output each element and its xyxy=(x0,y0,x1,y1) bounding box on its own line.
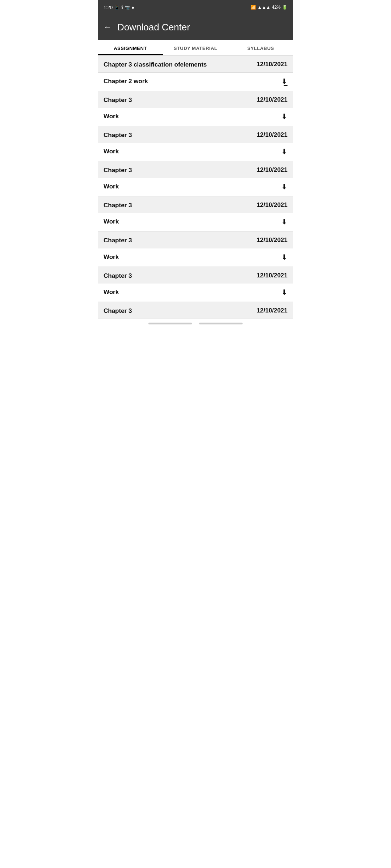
scroll-indicators xyxy=(98,319,293,328)
item-date: 12/10/2021 xyxy=(257,131,287,139)
list-item: Chapter 3 12/10/2021 Work ⬇ xyxy=(98,91,293,126)
list-item-footer: Work ⬇ xyxy=(98,248,293,267)
status-icons: 📱 ℹ 📷 ● xyxy=(114,5,134,10)
item-title: Chapter 3 xyxy=(104,131,251,139)
list-item: Chapter 3 12/10/2021 Work ⬇ xyxy=(98,161,293,196)
item-title: Chapter 3 xyxy=(104,237,251,244)
item-date: 12/10/2021 xyxy=(257,272,287,279)
item-date: 12/10/2021 xyxy=(257,237,287,244)
item-title: Chapter 3 xyxy=(104,96,251,104)
list-item: Chapter 3 12/10/2021 Work ⬇ xyxy=(98,267,293,302)
item-subtitle: Work xyxy=(104,218,119,225)
list-item-footer: Work ⬇ xyxy=(98,143,293,161)
list-item-header: Chapter 3 12/10/2021 xyxy=(98,196,293,213)
item-subtitle: Work xyxy=(104,183,119,190)
download-icon[interactable]: ⬇̲ xyxy=(281,77,287,86)
scroll-bar-right xyxy=(199,323,243,324)
download-icon[interactable]: ⬇ xyxy=(281,182,287,191)
tab-assignment[interactable]: ASSIGNMENT xyxy=(98,40,163,55)
list-item-header: Chapter 3 12/10/2021 xyxy=(98,161,293,178)
item-title: Chapter 3 xyxy=(104,272,251,280)
item-subtitle: Chapter 2 work xyxy=(104,78,148,85)
battery-icon: 🔋 xyxy=(282,5,287,10)
list-item: Chapter 3 12/10/2021 Work ⬇ xyxy=(98,196,293,231)
list-item: Chapter 2 work ⬇̲ xyxy=(98,73,293,91)
item-date: 12/10/2021 xyxy=(257,201,287,209)
list-item-header: Chapter 3 12/10/2021 xyxy=(98,267,293,284)
scroll-bar-left xyxy=(148,323,192,324)
status-right: 📶 ▲▲▲ 42% 🔋 xyxy=(251,5,287,10)
list-item-footer: Chapter 2 work ⬇̲ xyxy=(98,73,293,91)
download-icon[interactable]: ⬇ xyxy=(281,253,287,261)
status-bar: 1:20 📱 ℹ 📷 ● 📶 ▲▲▲ 42% 🔋 xyxy=(98,0,293,14)
item-date: 12/10/2021 xyxy=(257,96,287,103)
download-icon[interactable]: ⬇ xyxy=(281,147,287,156)
item-date: 12/10/2021 xyxy=(257,166,287,174)
list-item-header: Chapter 3 12/10/2021 xyxy=(98,302,293,319)
list-item-footer: Work ⬇ xyxy=(98,284,293,302)
tab-bar: ASSIGNMENT STUDY MATERIAL SYLLABUS xyxy=(98,40,293,56)
download-list: Chapter 3 classification ofelements 12/1… xyxy=(98,56,293,319)
item-subtitle: Work xyxy=(104,113,119,120)
list-item-header: Chapter 3 12/10/2021 xyxy=(98,231,293,248)
page-title: Download Center xyxy=(117,22,190,33)
list-item-header: Chapter 3 classification ofelements 12/1… xyxy=(98,56,293,72)
battery-text: 42% xyxy=(272,5,281,10)
list-item: Chapter 3 12/10/2021 Work ⬇ xyxy=(98,126,293,161)
download-icon[interactable]: ⬇ xyxy=(281,112,287,121)
tab-study-material[interactable]: STUDY MATERIAL xyxy=(163,40,228,55)
item-date: 12/10/2021 xyxy=(257,307,287,314)
list-item: Chapter 3 classification ofelements 12/1… xyxy=(98,56,293,73)
item-title: Chapter 3 xyxy=(104,166,251,174)
list-item-footer: Work ⬇ xyxy=(98,108,293,126)
list-item-footer: Work ⬇ xyxy=(98,178,293,196)
list-item-header: Chapter 3 12/10/2021 xyxy=(98,91,293,108)
item-subtitle: Work xyxy=(104,148,119,155)
item-title: Chapter 3 xyxy=(104,307,251,315)
list-item-footer: Work ⬇ xyxy=(98,213,293,231)
status-time: 1:20 xyxy=(104,5,113,10)
download-icon[interactable]: ⬇ xyxy=(281,217,287,226)
signal-icon: ▲▲▲ xyxy=(257,5,270,10)
item-subtitle: Work xyxy=(104,289,119,296)
list-item-header: Chapter 3 12/10/2021 xyxy=(98,126,293,143)
item-title: Chapter 3 classification ofelements xyxy=(104,61,251,69)
tab-syllabus[interactable]: SYLLABUS xyxy=(228,40,293,55)
app-header: ← Download Center xyxy=(98,14,293,40)
list-item: Chapter 3 12/10/2021 xyxy=(98,302,293,319)
item-date: 12/10/2021 xyxy=(257,61,287,68)
item-title: Chapter 3 xyxy=(104,201,251,209)
back-button[interactable]: ← xyxy=(104,22,112,32)
status-left: 1:20 📱 ℹ 📷 ● xyxy=(104,5,134,10)
wifi-icon: 📶 xyxy=(251,5,256,10)
item-subtitle: Work xyxy=(104,254,119,261)
download-icon[interactable]: ⬇ xyxy=(281,288,287,297)
list-item: Chapter 3 12/10/2021 Work ⬇ xyxy=(98,231,293,267)
